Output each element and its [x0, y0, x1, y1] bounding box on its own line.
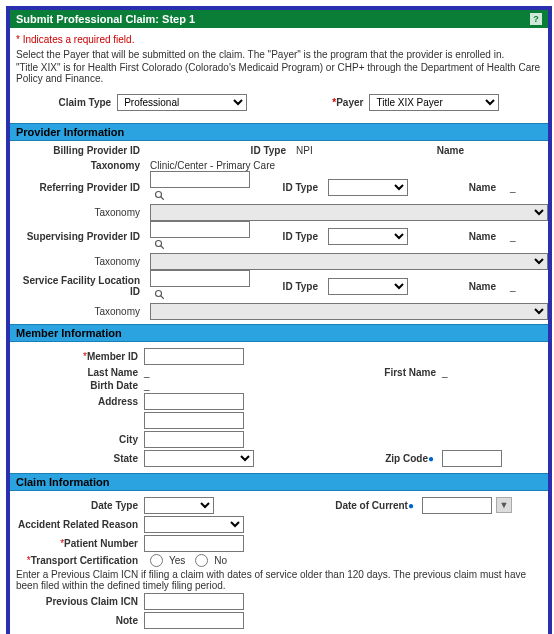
- claim-type-label: Claim Type: [59, 97, 118, 108]
- taxonomy-label-ref: Taxonomy: [16, 207, 146, 218]
- date-type-select[interactable]: [144, 497, 214, 514]
- id-type-label-sup: ID Type: [254, 231, 324, 242]
- last-name-value: _: [144, 367, 150, 378]
- note-input[interactable]: [144, 612, 244, 629]
- first-name-value: _: [442, 367, 542, 378]
- name-label: Name: [410, 145, 470, 156]
- intro-text-2: "Title XIX" is for Health First Colorado…: [16, 62, 542, 84]
- zip-label: Zip Code●: [342, 453, 442, 464]
- note-label: Note: [16, 615, 144, 626]
- accident-reason-label: Accident Related Reason: [16, 519, 144, 530]
- svg-point-4: [155, 290, 161, 296]
- zip-input[interactable]: [442, 450, 502, 467]
- page-title: Submit Professional Claim: Step 1: [16, 13, 195, 25]
- state-label: State: [16, 453, 144, 464]
- service-facility-name-value: _: [510, 281, 542, 292]
- service-facility-id-input[interactable]: [150, 270, 250, 287]
- referring-id-input[interactable]: [150, 171, 250, 188]
- service-facility-taxonomy-select[interactable]: [150, 303, 548, 320]
- required-note: * Indicates a required field.: [16, 34, 542, 45]
- id-type-value: NPI: [296, 145, 406, 156]
- section-member: Member Information: [10, 324, 548, 342]
- transport-no-radio[interactable]: [195, 554, 208, 567]
- id-type-label: ID Type: [222, 145, 292, 156]
- address-input-1[interactable]: [144, 393, 244, 410]
- service-facility-label: Service Facility Location ID: [16, 275, 146, 297]
- name-label-sup: Name: [442, 231, 502, 242]
- address-input-2[interactable]: [144, 412, 244, 429]
- transport-cert-label: *Transport Certification: [16, 555, 144, 566]
- id-type-label-ref: ID Type: [254, 182, 324, 193]
- supervising-taxonomy-select[interactable]: [150, 253, 548, 270]
- svg-line-5: [160, 295, 163, 298]
- payer-select[interactable]: Title XIX Payer: [369, 94, 499, 111]
- date-of-current-input[interactable]: [422, 497, 492, 514]
- prev-icn-label: Previous Claim ICN: [16, 596, 144, 607]
- referring-taxonomy-select[interactable]: [150, 204, 548, 221]
- date-of-current-label: Date of Current●: [302, 500, 422, 511]
- referring-name-value: _: [510, 182, 542, 193]
- taxonomy-value: Clinic/Center - Primary Care: [150, 160, 542, 171]
- state-select[interactable]: [144, 450, 254, 467]
- supervising-label: Supervising Provider ID: [16, 231, 146, 242]
- supervising-idtype-select[interactable]: [328, 228, 408, 245]
- payer-label: *Payer: [332, 97, 369, 108]
- svg-point-2: [155, 241, 161, 247]
- search-icon[interactable]: [152, 238, 167, 253]
- name-label-ref: Name: [442, 182, 502, 193]
- name-label-svc: Name: [442, 281, 502, 292]
- referring-idtype-select[interactable]: [328, 179, 408, 196]
- svg-point-0: [155, 191, 161, 197]
- birth-date-value: _: [144, 380, 150, 391]
- referring-label: Referring Provider ID: [16, 182, 146, 193]
- svg-line-1: [160, 196, 163, 199]
- title-bar: Submit Professional Claim: Step 1 ?: [10, 10, 548, 28]
- transport-yes-radio[interactable]: [150, 554, 163, 567]
- svg-line-3: [160, 246, 163, 249]
- member-id-label: *Member ID: [16, 351, 144, 362]
- billing-id-label: Billing Provider ID: [16, 145, 146, 156]
- intro-text-1: Select the Payer that will be submitted …: [16, 49, 542, 60]
- supervising-name-value: _: [510, 231, 542, 242]
- last-name-label: Last Name: [16, 367, 144, 378]
- member-id-input[interactable]: [144, 348, 244, 365]
- section-claim: Claim Information: [10, 473, 548, 491]
- help-icon[interactable]: ?: [530, 13, 542, 25]
- patient-number-label: *Patient Number: [16, 538, 144, 549]
- taxonomy-label-sup: Taxonomy: [16, 256, 146, 267]
- id-type-label-svc: ID Type: [254, 281, 324, 292]
- search-icon[interactable]: [152, 287, 167, 302]
- claim-type-select[interactable]: Professional: [117, 94, 247, 111]
- birth-date-label: Birth Date: [16, 380, 144, 391]
- city-input[interactable]: [144, 431, 244, 448]
- service-facility-idtype-select[interactable]: [328, 278, 408, 295]
- supervising-id-input[interactable]: [150, 221, 250, 238]
- first-name-label: First Name: [342, 367, 442, 378]
- address-label: Address: [16, 396, 144, 407]
- section-provider: Provider Information: [10, 123, 548, 141]
- patient-number-input[interactable]: [144, 535, 244, 552]
- prev-icn-note: Enter a Previous Claim ICN if filing a c…: [16, 569, 542, 591]
- city-label: City: [16, 434, 144, 445]
- date-type-label: Date Type: [16, 500, 144, 511]
- prev-icn-input[interactable]: [144, 593, 244, 610]
- search-icon[interactable]: [152, 188, 167, 203]
- taxonomy-label-svc: Taxonomy: [16, 306, 146, 317]
- taxonomy-label: Taxonomy: [16, 160, 146, 171]
- calendar-icon[interactable]: ▼: [496, 497, 512, 513]
- accident-reason-select[interactable]: [144, 516, 244, 533]
